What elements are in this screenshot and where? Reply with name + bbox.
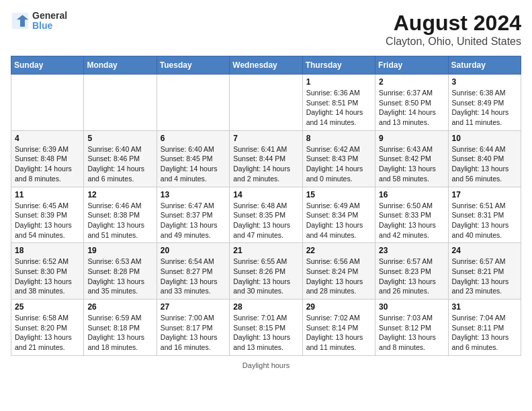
logo-line2: Blue — [32, 21, 67, 31]
day-number: 8 — [306, 134, 371, 143]
calendar-cell: 22Sunrise: 6:56 AM Sunset: 8:24 PM Dayli… — [302, 243, 375, 300]
day-info: Sunrise: 6:55 AM Sunset: 8:26 PM Dayligh… — [233, 257, 298, 296]
day-info: Sunrise: 6:43 AM Sunset: 8:42 PM Dayligh… — [379, 144, 444, 184]
day-number: 12 — [87, 190, 152, 199]
day-number: 19 — [87, 246, 152, 255]
calendar-cell: 25Sunrise: 6:58 AM Sunset: 8:20 PM Dayli… — [11, 300, 84, 356]
week-row-1: 1Sunrise: 6:36 AM Sunset: 8:51 PM Daylig… — [11, 75, 521, 131]
day-info: Sunrise: 6:51 AM Sunset: 8:31 PM Dayligh… — [452, 201, 517, 240]
day-number: 31 — [452, 302, 517, 312]
day-info: Sunrise: 6:40 AM Sunset: 8:45 PM Dayligh… — [161, 144, 226, 184]
calendar-cell: 1Sunrise: 6:36 AM Sunset: 8:51 PM Daylig… — [302, 75, 375, 131]
day-header-saturday: Saturday — [448, 56, 521, 75]
day-header-friday: Friday — [375, 56, 448, 75]
day-number: 9 — [379, 134, 444, 143]
day-number: 1 — [306, 77, 371, 87]
day-number: 20 — [161, 246, 226, 255]
day-number: 13 — [161, 190, 226, 199]
calendar-cell — [230, 75, 302, 131]
calendar-cell: 26Sunrise: 6:59 AM Sunset: 8:18 PM Dayli… — [84, 300, 157, 356]
day-number: 23 — [379, 246, 444, 255]
calendar-cell: 10Sunrise: 6:44 AM Sunset: 8:40 PM Dayli… — [448, 130, 521, 187]
day-number: 11 — [15, 190, 80, 199]
calendar-cell: 9Sunrise: 6:43 AM Sunset: 8:42 PM Daylig… — [375, 130, 448, 187]
logo-line1: General — [32, 11, 67, 21]
day-info: Sunrise: 6:50 AM Sunset: 8:33 PM Dayligh… — [379, 201, 444, 240]
calendar-cell: 17Sunrise: 6:51 AM Sunset: 8:31 PM Dayli… — [448, 187, 521, 243]
day-header-monday: Monday — [84, 56, 157, 75]
calendar-cell: 28Sunrise: 7:01 AM Sunset: 8:15 PM Dayli… — [230, 300, 302, 356]
calendar-cell: 16Sunrise: 6:50 AM Sunset: 8:33 PM Dayli… — [375, 187, 448, 243]
day-number: 3 — [452, 77, 517, 87]
day-number: 29 — [306, 302, 371, 312]
calendar-header-row: SundayMondayTuesdayWednesdayThursdayFrid… — [11, 56, 521, 75]
calendar-cell — [84, 75, 157, 131]
calendar-cell: 21Sunrise: 6:55 AM Sunset: 8:26 PM Dayli… — [230, 243, 302, 300]
day-info: Sunrise: 6:46 AM Sunset: 8:38 PM Dayligh… — [87, 201, 152, 240]
day-number: 27 — [161, 302, 226, 312]
day-number: 24 — [452, 246, 517, 255]
day-info: Sunrise: 6:53 AM Sunset: 8:28 PM Dayligh… — [87, 257, 152, 296]
logo-text: General Blue — [32, 11, 67, 32]
calendar-cell — [11, 75, 84, 131]
calendar-cell: 8Sunrise: 6:42 AM Sunset: 8:43 PM Daylig… — [302, 130, 375, 187]
page-subtitle: Clayton, Ohio, United States — [386, 36, 521, 48]
day-info: Sunrise: 6:48 AM Sunset: 8:35 PM Dayligh… — [233, 201, 298, 240]
calendar-cell: 14Sunrise: 6:48 AM Sunset: 8:35 PM Dayli… — [230, 187, 302, 243]
day-info: Sunrise: 6:40 AM Sunset: 8:46 PM Dayligh… — [87, 144, 152, 184]
day-info: Sunrise: 7:04 AM Sunset: 8:11 PM Dayligh… — [452, 313, 517, 353]
footer-note: Daylight hours — [11, 361, 521, 369]
logo: General Blue — [11, 11, 67, 32]
calendar-table: SundayMondayTuesdayWednesdayThursdayFrid… — [11, 56, 521, 356]
day-number: 10 — [452, 134, 517, 143]
day-info: Sunrise: 7:02 AM Sunset: 8:14 PM Dayligh… — [306, 313, 371, 353]
day-info: Sunrise: 6:45 AM Sunset: 8:39 PM Dayligh… — [15, 201, 80, 240]
page-header: General Blue August 2024 Clayton, Ohio, … — [11, 11, 521, 48]
week-row-4: 18Sunrise: 6:52 AM Sunset: 8:30 PM Dayli… — [11, 243, 521, 300]
day-info: Sunrise: 6:52 AM Sunset: 8:30 PM Dayligh… — [15, 257, 80, 296]
day-info: Sunrise: 6:39 AM Sunset: 8:48 PM Dayligh… — [15, 144, 80, 184]
day-info: Sunrise: 6:56 AM Sunset: 8:24 PM Dayligh… — [306, 257, 371, 296]
calendar-cell — [157, 75, 229, 131]
calendar-cell: 19Sunrise: 6:53 AM Sunset: 8:28 PM Dayli… — [84, 243, 157, 300]
calendar-cell: 3Sunrise: 6:38 AM Sunset: 8:49 PM Daylig… — [448, 75, 521, 131]
day-number: 4 — [15, 134, 80, 143]
day-info: Sunrise: 6:37 AM Sunset: 8:50 PM Dayligh… — [379, 88, 444, 128]
footer-text: Daylight hours — [242, 361, 290, 369]
day-info: Sunrise: 6:58 AM Sunset: 8:20 PM Dayligh… — [15, 313, 80, 353]
day-info: Sunrise: 6:57 AM Sunset: 8:23 PM Dayligh… — [379, 257, 444, 296]
day-info: Sunrise: 6:59 AM Sunset: 8:18 PM Dayligh… — [87, 313, 152, 353]
calendar-cell: 7Sunrise: 6:41 AM Sunset: 8:44 PM Daylig… — [230, 130, 302, 187]
week-row-2: 4Sunrise: 6:39 AM Sunset: 8:48 PM Daylig… — [11, 130, 521, 187]
calendar-cell: 31Sunrise: 7:04 AM Sunset: 8:11 PM Dayli… — [448, 300, 521, 356]
day-info: Sunrise: 6:42 AM Sunset: 8:43 PM Dayligh… — [306, 144, 371, 184]
day-number: 30 — [379, 302, 444, 312]
day-info: Sunrise: 7:01 AM Sunset: 8:15 PM Dayligh… — [233, 313, 298, 353]
calendar-cell: 23Sunrise: 6:57 AM Sunset: 8:23 PM Dayli… — [375, 243, 448, 300]
day-header-tuesday: Tuesday — [157, 56, 229, 75]
day-number: 25 — [15, 302, 80, 312]
day-info: Sunrise: 6:41 AM Sunset: 8:44 PM Dayligh… — [233, 144, 298, 184]
week-row-5: 25Sunrise: 6:58 AM Sunset: 8:20 PM Dayli… — [11, 300, 521, 356]
calendar-cell: 13Sunrise: 6:47 AM Sunset: 8:37 PM Dayli… — [157, 187, 229, 243]
calendar-cell: 20Sunrise: 6:54 AM Sunset: 8:27 PM Dayli… — [157, 243, 229, 300]
day-number: 6 — [161, 134, 226, 143]
page-title: August 2024 — [386, 11, 521, 36]
calendar-cell: 5Sunrise: 6:40 AM Sunset: 8:46 PM Daylig… — [84, 130, 157, 187]
calendar-cell: 24Sunrise: 6:57 AM Sunset: 8:21 PM Dayli… — [448, 243, 521, 300]
day-number: 5 — [87, 134, 152, 143]
day-info: Sunrise: 6:49 AM Sunset: 8:34 PM Dayligh… — [306, 201, 371, 240]
calendar-cell: 30Sunrise: 7:03 AM Sunset: 8:12 PM Dayli… — [375, 300, 448, 356]
day-info: Sunrise: 6:57 AM Sunset: 8:21 PM Dayligh… — [452, 257, 517, 296]
day-number: 7 — [233, 134, 298, 143]
calendar-cell: 4Sunrise: 6:39 AM Sunset: 8:48 PM Daylig… — [11, 130, 84, 187]
day-number: 22 — [306, 246, 371, 255]
day-info: Sunrise: 6:54 AM Sunset: 8:27 PM Dayligh… — [161, 257, 226, 296]
day-header-sunday: Sunday — [11, 56, 84, 75]
calendar-cell: 27Sunrise: 7:00 AM Sunset: 8:17 PM Dayli… — [157, 300, 229, 356]
logo-icon — [11, 11, 30, 30]
calendar-cell: 12Sunrise: 6:46 AM Sunset: 8:38 PM Dayli… — [84, 187, 157, 243]
day-number: 15 — [306, 190, 371, 199]
day-number: 2 — [379, 77, 444, 87]
calendar-cell: 6Sunrise: 6:40 AM Sunset: 8:45 PM Daylig… — [157, 130, 229, 187]
